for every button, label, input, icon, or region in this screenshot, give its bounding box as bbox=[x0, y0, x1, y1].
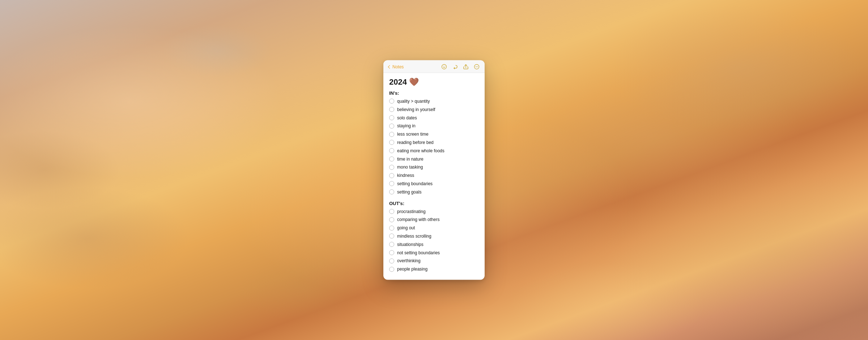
item-text: mono tasking bbox=[397, 164, 423, 170]
item-text: overthinking bbox=[397, 258, 421, 264]
checkbox-circle[interactable] bbox=[389, 267, 394, 272]
item-text: kindness bbox=[397, 173, 414, 179]
item-text: going out bbox=[397, 225, 415, 231]
svg-point-4 bbox=[476, 67, 476, 67]
note-title-emoji: 🤎 bbox=[409, 77, 419, 87]
more-icon[interactable] bbox=[474, 64, 480, 70]
list-item: staying in bbox=[389, 123, 479, 129]
list-item: going out bbox=[389, 225, 479, 231]
svg-point-5 bbox=[476, 67, 477, 67]
item-text: reading before bed bbox=[397, 140, 434, 146]
list-item: believing in yourself bbox=[389, 106, 479, 113]
checkbox-circle[interactable] bbox=[389, 157, 394, 162]
list-item: time in nature bbox=[389, 156, 479, 162]
item-text: people pleasing bbox=[397, 266, 427, 272]
svg-point-2 bbox=[444, 66, 445, 67]
item-text: time in nature bbox=[397, 156, 424, 162]
list-item: mono tasking bbox=[389, 164, 479, 171]
outs-header: OUT's: bbox=[389, 200, 479, 206]
checkbox-circle[interactable] bbox=[389, 165, 394, 170]
item-text: staying in bbox=[397, 123, 416, 129]
checkbox-circle[interactable] bbox=[389, 190, 394, 195]
checkbox-circle[interactable] bbox=[389, 234, 394, 239]
checkbox-circle[interactable] bbox=[389, 250, 394, 255]
list-item: overthinking bbox=[389, 258, 479, 264]
share-icon[interactable] bbox=[463, 64, 469, 70]
ins-list: quality > quantity believing in yourself… bbox=[389, 98, 479, 196]
smiley-icon[interactable] bbox=[441, 64, 447, 70]
checkbox-circle[interactable] bbox=[389, 140, 394, 145]
list-item: setting boundaries bbox=[389, 180, 479, 187]
list-item: less screen time bbox=[389, 131, 479, 138]
chevron-left-icon bbox=[388, 65, 392, 69]
checkbox-circle[interactable] bbox=[389, 123, 394, 128]
checkbox-circle[interactable] bbox=[389, 99, 394, 104]
item-text: situationships bbox=[397, 241, 424, 247]
list-item: solo dates bbox=[389, 114, 479, 121]
item-text: not setting boundaries bbox=[397, 250, 440, 256]
list-item: reading before bed bbox=[389, 139, 479, 146]
toolbar: Notes bbox=[383, 60, 485, 73]
item-text: procrastinating bbox=[397, 208, 426, 214]
list-item: not setting boundaries bbox=[389, 249, 479, 256]
list-item: quality > quantity bbox=[389, 98, 479, 105]
item-text: less screen time bbox=[397, 131, 429, 137]
checkbox-circle[interactable] bbox=[389, 258, 394, 263]
list-item: comparing with others bbox=[389, 216, 479, 223]
item-text: quality > quantity bbox=[397, 98, 430, 105]
checkbox-circle[interactable] bbox=[389, 181, 394, 186]
checkbox-circle[interactable] bbox=[389, 242, 394, 247]
back-button[interactable]: Notes bbox=[388, 64, 404, 69]
svg-point-1 bbox=[443, 66, 444, 67]
item-text: comparing with others bbox=[397, 217, 439, 223]
svg-point-6 bbox=[477, 67, 478, 67]
list-item: eating more whole foods bbox=[389, 147, 479, 154]
checkbox-circle[interactable] bbox=[389, 107, 394, 112]
item-text: setting goals bbox=[397, 189, 421, 195]
item-text: eating more whole foods bbox=[397, 148, 444, 154]
redo-icon[interactable] bbox=[452, 64, 458, 70]
list-item: mindless scrolling bbox=[389, 233, 479, 239]
toolbar-left: Notes bbox=[388, 64, 404, 69]
outs-list: procrastinating comparing with others go… bbox=[389, 208, 479, 272]
list-item: kindness bbox=[389, 172, 479, 179]
note-content: 2024 🤎 IN's: quality > quantity believin… bbox=[383, 73, 485, 280]
item-text: setting boundaries bbox=[397, 181, 433, 187]
note-title-text: 2024 bbox=[389, 77, 407, 87]
list-item: setting goals bbox=[389, 188, 479, 195]
checkbox-circle[interactable] bbox=[389, 225, 394, 230]
checkbox-circle[interactable] bbox=[389, 132, 394, 137]
checkbox-circle[interactable] bbox=[389, 209, 394, 214]
list-item: procrastinating bbox=[389, 208, 479, 215]
checkbox-circle[interactable] bbox=[389, 173, 394, 178]
toolbar-right bbox=[441, 64, 480, 70]
item-text: mindless scrolling bbox=[397, 233, 431, 239]
svg-point-0 bbox=[442, 64, 447, 69]
item-text: solo dates bbox=[397, 115, 417, 121]
checkbox-circle[interactable] bbox=[389, 115, 394, 120]
list-item: situationships bbox=[389, 241, 479, 248]
checkbox-circle[interactable] bbox=[389, 217, 394, 222]
note-title: 2024 🤎 bbox=[389, 77, 479, 87]
back-label: Notes bbox=[392, 64, 404, 69]
item-text: believing in yourself bbox=[397, 106, 435, 112]
ins-header: IN's: bbox=[389, 90, 479, 96]
checkbox-circle[interactable] bbox=[389, 148, 394, 153]
list-item: people pleasing bbox=[389, 266, 479, 273]
note-window: Notes bbox=[383, 60, 485, 280]
